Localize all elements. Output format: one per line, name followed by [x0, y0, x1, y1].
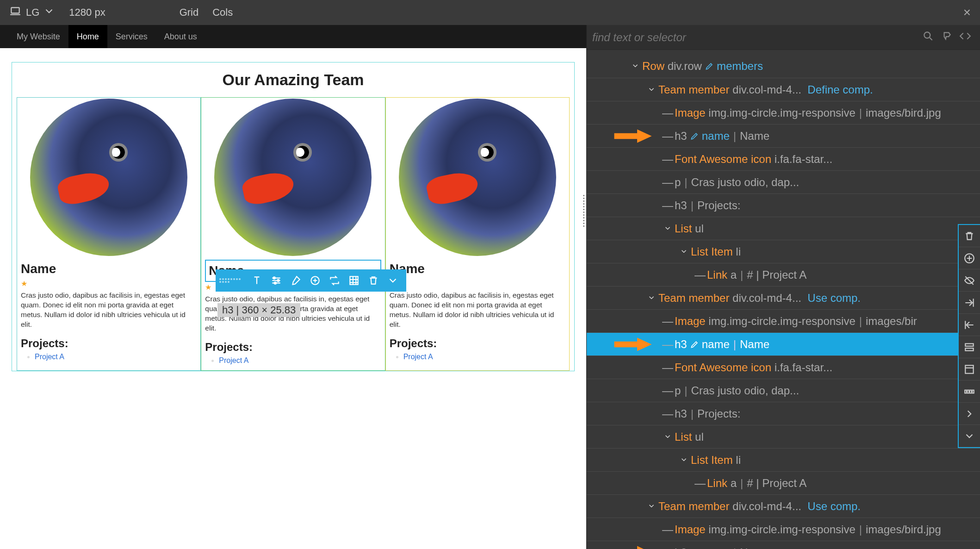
search-icon[interactable] [919, 30, 937, 45]
close-icon[interactable]: × [963, 5, 971, 20]
pane-resize-handle[interactable]: • • •• • •• • •• • • [583, 194, 589, 228]
team-member-2[interactable]: Name ★ Cras justo odio, dapibus ac facil… [201, 97, 385, 371]
collapse-toggle[interactable] [661, 221, 675, 236]
collapse-toggle[interactable] [661, 430, 675, 444]
dots-icon[interactable] [959, 381, 980, 403]
pencil-icon[interactable] [690, 129, 699, 143]
add-circle-icon[interactable] [959, 247, 980, 269]
pointer-arrow-icon [612, 336, 654, 353]
node-link[interactable]: name [702, 545, 730, 549]
cols-toggle[interactable]: Cols [212, 6, 233, 19]
target-plus-icon[interactable] [305, 271, 325, 290]
tree-row[interactable]: —Image img.img-circle.img-responsive|ima… [587, 309, 980, 332]
indent-right-icon[interactable] [959, 292, 980, 314]
node-link[interactable]: name [702, 129, 730, 143]
chevron-down-icon[interactable] [959, 425, 980, 447]
tree-row[interactable]: Row div.rowmembers [587, 55, 980, 78]
tree-row[interactable]: —h3|Projects: [587, 402, 980, 425]
avatar-image[interactable] [30, 99, 187, 256]
pencil-icon[interactable] [690, 337, 699, 351]
node-link[interactable]: Define comp. [801, 82, 873, 97]
team-member-3[interactable]: Name ★ Cras justo odio, dapibus ac facil… [385, 97, 570, 371]
canvas[interactable]: Our Amazing Team Name ★ Cras justo odio,… [0, 48, 586, 549]
projects-heading[interactable]: Projects: [21, 334, 197, 353]
chevron-down-icon[interactable] [383, 271, 403, 290]
nav-services[interactable]: Services [107, 25, 156, 48]
rows-icon[interactable] [959, 336, 980, 358]
trash-icon[interactable] [364, 271, 383, 290]
tree-row[interactable]: —h3name|Name [587, 332, 980, 356]
avatar-image[interactable] [399, 99, 556, 256]
node-content: # | Project A [747, 268, 806, 282]
node-label: Team member [658, 82, 729, 97]
code-icon[interactable] [956, 30, 974, 45]
project-link[interactable]: Project A [219, 356, 248, 364]
element-toolbar[interactable] [216, 269, 406, 292]
tree-row[interactable]: Team member div.col-md-4... Define comp. [587, 78, 980, 101]
collapse-toggle[interactable] [645, 499, 658, 513]
tree-row[interactable]: —Image img.img-circle.img-responsive|ima… [587, 101, 980, 124]
team-section[interactable]: Our Amazing Team Name ★ Cras justo odio,… [12, 62, 575, 371]
layout-icon[interactable] [959, 358, 980, 381]
tree-row[interactable]: —p|Cras justo odio, dap... [587, 170, 980, 193]
projects-heading[interactable]: Projects: [390, 334, 565, 353]
nav-brand[interactable]: My Website [8, 25, 68, 48]
pencil-icon[interactable] [705, 59, 714, 73]
thumbs-down-icon[interactable] [937, 30, 956, 45]
grid-icon[interactable] [344, 271, 364, 290]
tree-row[interactable]: List ul [587, 425, 980, 448]
pencil-icon[interactable] [690, 545, 699, 549]
node-content: images/bird.jpg [866, 522, 941, 537]
tree-row[interactable]: —Font Awesome icon i.fa.fa-star... [587, 147, 980, 170]
tree-row[interactable]: List ul [587, 217, 980, 240]
search-input[interactable] [592, 31, 919, 44]
leaf-indicator: — [661, 152, 675, 166]
brush-icon[interactable] [286, 271, 305, 290]
node-link[interactable]: Use comp. [801, 291, 861, 305]
member-desc[interactable]: Cras justo odio, dapibus ac facilisis in… [21, 289, 197, 334]
section-title[interactable]: Our Amazing Team [17, 67, 570, 97]
tree-row[interactable]: —h3name|Name [587, 124, 980, 147]
collapse-toggle[interactable] [628, 59, 642, 73]
drag-handle-icon[interactable] [219, 278, 247, 283]
indent-left-icon[interactable] [959, 314, 980, 336]
tree-row[interactable]: —h3|Projects: [587, 193, 980, 217]
collapse-toggle[interactable] [645, 291, 658, 305]
collapse-toggle[interactable] [677, 453, 691, 467]
tree-row[interactable]: Team member div.col-md-4... Use comp. [587, 286, 980, 309]
node-link[interactable]: Use comp. [801, 499, 861, 513]
tree-row[interactable]: List Item li [587, 448, 980, 471]
nav-about[interactable]: About us [156, 25, 205, 48]
project-link[interactable]: Project A [35, 353, 64, 361]
project-link[interactable]: Project A [403, 353, 433, 361]
tree-row[interactable]: —Link a|# | Project A [587, 471, 980, 494]
device-label[interactable]: LG [26, 6, 39, 19]
collapse-toggle[interactable] [645, 82, 658, 97]
chevron-down-icon[interactable] [43, 5, 55, 20]
chevron-right-icon[interactable] [959, 403, 980, 425]
tree-row[interactable]: —p|Cras justo odio, dap... [587, 379, 980, 402]
tree-row[interactable]: —Link a|# | Project A [587, 263, 980, 286]
tree-row[interactable]: Team member div.col-md-4... Use comp. [587, 494, 980, 518]
member-name[interactable]: Name [21, 257, 197, 278]
dom-tree[interactable]: Row div.rowmembersTeam member div.col-md… [587, 50, 980, 549]
projects-heading[interactable]: Projects: [205, 338, 381, 356]
repeat-icon[interactable] [325, 271, 344, 290]
node-link[interactable]: name [702, 337, 730, 351]
nav-home[interactable]: Home [68, 25, 107, 48]
collapse-toggle[interactable] [677, 244, 691, 259]
trash-icon[interactable] [959, 225, 980, 247]
grid-toggle[interactable]: Grid [180, 6, 199, 19]
settings-sliders-icon[interactable] [267, 271, 286, 290]
tree-row[interactable]: —Font Awesome icon i.fa.fa-star... [587, 356, 980, 379]
team-member-1[interactable]: Name ★ Cras justo odio, dapibus ac facil… [17, 97, 201, 371]
tree-row[interactable]: —Image img.img-circle.img-responsive|ima… [587, 518, 980, 541]
tree-row[interactable]: —h3name|Name [587, 541, 980, 549]
member-desc[interactable]: Cras justo odio, dapibus ac facilisis in… [390, 289, 565, 334]
eye-off-icon[interactable] [959, 269, 980, 292]
member-name[interactable]: Name [390, 257, 565, 278]
edit-text-icon[interactable] [247, 271, 267, 290]
avatar-image[interactable] [214, 99, 372, 256]
node-link[interactable]: members [717, 59, 763, 73]
tree-row[interactable]: List Item li [587, 240, 980, 263]
